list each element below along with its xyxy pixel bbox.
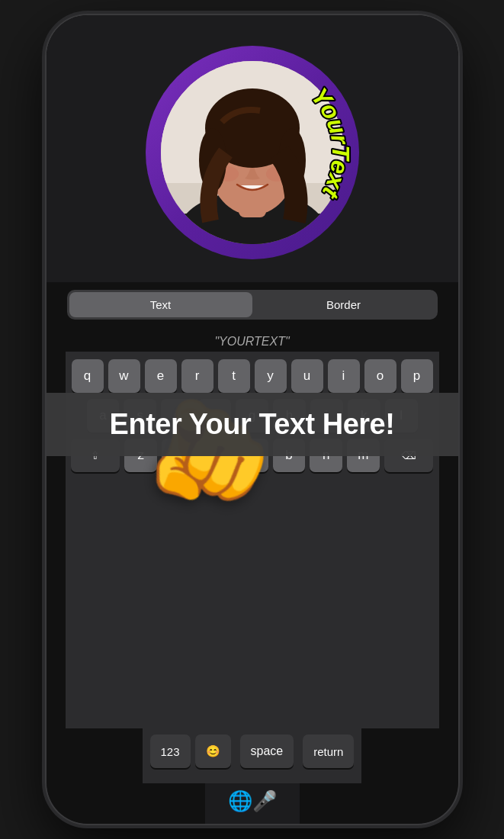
keyboard-home-bar: 🌐 🎤 [205, 783, 300, 824]
globe-icon[interactable]: 🌐 [228, 789, 252, 813]
key-space[interactable]: space [240, 735, 294, 768]
mic-icon[interactable]: 🎤 [252, 789, 277, 813]
yourtext-svg: YourText [146, 46, 359, 259]
key-t[interactable]: t [218, 359, 250, 393]
tab-bar: Text Border [67, 290, 438, 320]
key-i[interactable]: i [328, 359, 360, 393]
tab-text[interactable]: Text [69, 292, 252, 317]
key-y[interactable]: y [255, 359, 287, 393]
enter-text-banner: Enter Your Text Here! [47, 393, 458, 456]
key-p[interactable]: p [401, 359, 433, 393]
keyboard-row-1: q w e r t y u i o p [72, 359, 433, 393]
svg-text:YourText: YourText [305, 82, 354, 204]
tab-border[interactable]: Border [252, 292, 435, 317]
avatar-ring: YourText [146, 46, 359, 259]
key-w[interactable]: w [108, 359, 140, 393]
yourtext-text: YourText [305, 82, 354, 204]
key-o[interactable]: o [364, 359, 396, 393]
key-q[interactable]: q [72, 359, 104, 393]
keyboard-bottom-row: 123 😊 space return [143, 728, 362, 783]
key-123[interactable]: 123 [150, 735, 191, 768]
text-input-row: "YOURTEXT" [202, 329, 301, 352]
profile-area: YourText [47, 15, 458, 282]
key-r[interactable]: r [181, 359, 213, 393]
key-return[interactable]: return [303, 735, 354, 768]
key-emoji[interactable]: 😊 [195, 735, 231, 768]
key-e[interactable]: e [145, 359, 177, 393]
phone-frame: YourText Text Border "YOURTEXT" q w [47, 15, 458, 824]
enter-text-prompt: Enter Your Text Here! [110, 408, 395, 440]
avatar-container: YourText [146, 46, 359, 259]
text-current-value: "YOURTEXT" [214, 335, 289, 349]
key-u[interactable]: u [291, 359, 323, 393]
